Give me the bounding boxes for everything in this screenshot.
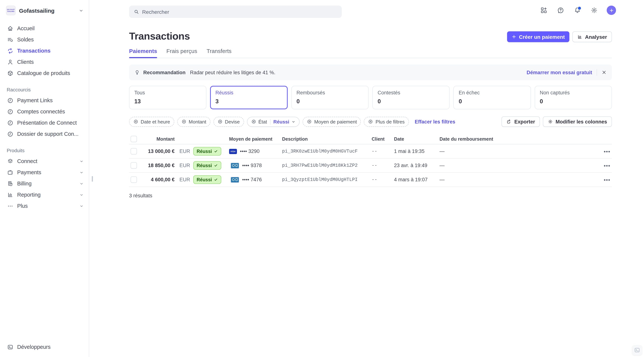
visa-card-icon: VISA bbox=[229, 149, 237, 154]
filter-chip-etat[interactable]: État Réussi bbox=[247, 116, 300, 127]
sidebar-item-payments[interactable]: Payments bbox=[0, 167, 89, 178]
sidebar-item-reporting[interactable]: Reporting bbox=[0, 189, 89, 200]
package-icon bbox=[7, 70, 14, 76]
clock-icon bbox=[7, 120, 14, 126]
circle-x-icon[interactable] bbox=[251, 119, 256, 124]
row-checkbox[interactable] bbox=[130, 162, 137, 168]
status-card-reussis[interactable]: Réussis 3 bbox=[210, 86, 288, 109]
filter-chip-moyen-paiement[interactable]: Moyen de paiement bbox=[303, 116, 361, 127]
circle-plus-icon bbox=[133, 119, 138, 124]
app-window: GO FAST SAILING Gofastsailing Accueil So… bbox=[0, 0, 644, 357]
filter-chip-date[interactable]: Date et heure bbox=[129, 116, 174, 127]
sidebar-item-dossier-support[interactable]: Dossier de support Con... bbox=[0, 128, 89, 140]
notification-dot bbox=[578, 6, 581, 10]
status-card-label: Remboursés bbox=[296, 90, 364, 96]
filter-chip-montant[interactable]: Montant bbox=[177, 116, 210, 127]
status-card-label: Non capturés bbox=[540, 90, 607, 96]
row-checkbox[interactable] bbox=[130, 176, 137, 183]
currency-cell: EUR bbox=[174, 148, 192, 154]
sidebar-item-plus[interactable]: Plus bbox=[0, 200, 89, 212]
search-input[interactable]: Rechercher bbox=[129, 6, 342, 18]
ellipsis-icon bbox=[7, 203, 14, 209]
sidebar-item-comptes-connectes[interactable]: Comptes connectés bbox=[0, 106, 89, 117]
sidebar-item-presentation-connect[interactable]: Présentation de Connect bbox=[0, 117, 89, 128]
circle-plus-icon bbox=[307, 119, 312, 124]
sidebar-item-label: Comptes connectés bbox=[17, 108, 65, 114]
topbar: Rechercher bbox=[89, 0, 644, 24]
status-card-en-echec[interactable]: En échec 0 bbox=[454, 86, 531, 109]
sidebar-item-catalogue[interactable]: Catalogue de produits bbox=[0, 68, 89, 79]
plus-icon bbox=[512, 34, 516, 39]
account-name: Gofastsailing bbox=[19, 7, 75, 14]
sidebar-item-connect[interactable]: Connect bbox=[0, 156, 89, 167]
help-icon[interactable] bbox=[556, 6, 564, 14]
row-actions-menu[interactable]: ••• bbox=[598, 148, 612, 154]
table-row[interactable]: 13 000,00 € EUR Réussi VISA•••• 3290 pi_… bbox=[129, 144, 612, 158]
refund-date-cell: — bbox=[440, 148, 598, 154]
edit-columns-label: Modifier les colonnes bbox=[556, 119, 607, 124]
sidebar-nav: Accueil Soldes Transactions Clients Cata… bbox=[0, 19, 89, 212]
status-card-count: 13 bbox=[134, 98, 201, 105]
filter-chip-devise[interactable]: Devise bbox=[214, 116, 244, 127]
status-card-contestes[interactable]: Contestés 0 bbox=[372, 86, 450, 109]
card-last4: •••• 3290 bbox=[240, 148, 260, 154]
sidebar-item-label: Accueil bbox=[17, 25, 35, 31]
sidebar-item-billing[interactable]: Billing bbox=[0, 178, 89, 189]
column-header-moyen-paiement[interactable]: Moyen de paiement bbox=[229, 136, 282, 142]
close-icon[interactable] bbox=[602, 70, 607, 75]
column-header-client[interactable]: Client bbox=[372, 136, 394, 142]
status-card-label: En échec bbox=[459, 90, 526, 96]
status-card-non-captures[interactable]: Non capturés 0 bbox=[534, 86, 612, 109]
sidebar-item-transactions[interactable]: Transactions bbox=[0, 45, 89, 56]
status-badge: Réussi bbox=[193, 175, 221, 184]
column-header-date-remboursement[interactable]: Date du remboursement bbox=[440, 136, 598, 142]
tab-frais-percus[interactable]: Frais perçus bbox=[166, 48, 197, 58]
start-trial-link[interactable]: Démarrer mon essai gratuit bbox=[527, 70, 592, 75]
column-header-description[interactable]: Description bbox=[282, 136, 372, 142]
scrollbar-thumb[interactable] bbox=[92, 176, 93, 182]
row-checkbox[interactable] bbox=[130, 148, 137, 154]
status-card-tous[interactable]: Tous 13 bbox=[129, 86, 206, 109]
clear-filters-link[interactable]: Effacer les filtres bbox=[415, 119, 456, 124]
bar-chart-icon bbox=[7, 192, 14, 198]
create-new-button[interactable] bbox=[607, 6, 616, 15]
export-button[interactable]: Exporter bbox=[502, 116, 540, 127]
row-actions-menu[interactable]: ••• bbox=[598, 177, 612, 182]
card-last4: •••• 9378 bbox=[242, 163, 262, 168]
results-count: 3 résultats bbox=[129, 193, 612, 198]
account-switcher[interactable]: GO FAST SAILING Gofastsailing bbox=[0, 0, 89, 19]
tab-transferts[interactable]: Transferts bbox=[206, 48, 232, 58]
sidebar-item-clients[interactable]: Clients bbox=[0, 56, 89, 68]
person-icon bbox=[7, 59, 14, 65]
sidebar-item-developpeurs[interactable]: Développeurs bbox=[0, 341, 89, 352]
analyze-button[interactable]: Analyser bbox=[572, 31, 612, 42]
status-card-label: Réussis bbox=[216, 90, 282, 96]
sidebar-item-payment-links[interactable]: Payment Links bbox=[0, 95, 89, 106]
sidebar-item-soldes[interactable]: Soldes bbox=[0, 34, 89, 45]
table-row[interactable]: 4 600,00 € EUR Réussi •••• 7476 pi_3Qyzp… bbox=[129, 173, 612, 187]
filter-chip-label: Plus de filtres bbox=[376, 119, 405, 124]
column-header-montant[interactable]: Montant bbox=[140, 136, 174, 142]
edit-columns-button[interactable]: Modifier les colonnes bbox=[543, 116, 612, 127]
settings-gear-icon[interactable] bbox=[590, 6, 598, 14]
filter-chip-value: Réussi bbox=[273, 119, 289, 124]
row-actions-menu[interactable]: ••• bbox=[598, 162, 612, 168]
status-card-rembourses[interactable]: Remboursés 0 bbox=[291, 86, 369, 109]
apps-icon[interactable] bbox=[540, 6, 548, 14]
filter-chip-label: Montant bbox=[189, 119, 206, 124]
create-payment-button[interactable]: Créer un paiement bbox=[507, 31, 570, 42]
sidebar-item-label: Plus bbox=[17, 203, 28, 209]
circle-plus-icon bbox=[181, 119, 186, 124]
divider bbox=[596, 69, 597, 76]
tab-paiements[interactable]: Paiements bbox=[129, 48, 157, 58]
column-header-date[interactable]: Date bbox=[394, 136, 440, 142]
sidebar-item-label: Payment Links bbox=[17, 97, 52, 103]
select-all-checkbox[interactable] bbox=[130, 136, 137, 142]
notifications-bell-icon[interactable] bbox=[573, 6, 581, 14]
balances-icon bbox=[7, 36, 14, 43]
table-row[interactable]: 18 850,00 € EUR Réussi •••• 9378 pi_3RH7… bbox=[129, 158, 612, 173]
sidebar-item-accueil[interactable]: Accueil bbox=[0, 23, 89, 34]
filter-chip-plus-filtres[interactable]: Plus de filtres bbox=[364, 116, 409, 127]
developer-console-button[interactable] bbox=[632, 345, 642, 355]
table-header-row: Montant Moyen de paiement Description Cl… bbox=[129, 134, 612, 144]
